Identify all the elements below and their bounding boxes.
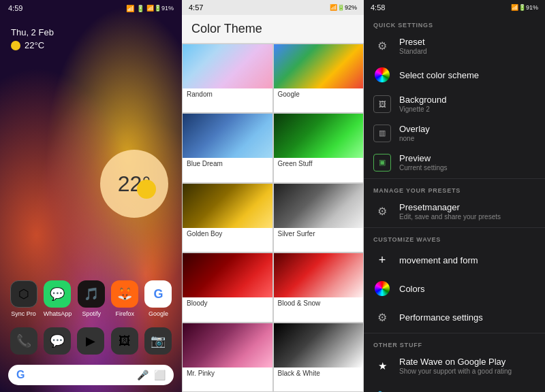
preview-text: Preview Current settings [399,153,535,172]
colors-text: Colors [399,284,535,294]
preview-icon: ▣ [373,154,391,172]
thumb-bloody [183,253,272,297]
syncpro-label: Sync Pro [11,310,36,317]
item-preset[interactable]: ⚙ Preset Standard [364,31,545,61]
settings-time: 4:58 [371,3,385,12]
theme-bloody-label: Bloody [183,297,272,310]
settings-status-icons: 📶🔋91% [511,4,538,11]
thumb-blood-snow [274,253,364,297]
item-rate[interactable]: ★ Rate Wave on Google Play Show your sup… [364,351,545,380]
item-performance[interactable]: ⚙ Performance settings [364,303,545,331]
phone-icon: 📞 [10,327,37,355]
mic-icon[interactable]: 🎤 [137,370,149,380]
twitter-title: Follow on Twitter [399,390,535,393]
overlay-subtitle: none [399,135,535,142]
theme-silver-surfer[interactable]: Silver Surfer [273,183,364,252]
theme-black-white[interactable]: Black & White [273,323,364,392]
theme-mr-pinky[interactable]: Mr. Pinky [182,323,273,392]
color-wheel-icon [373,66,391,84]
date-label: Thu, 2 Feb [11,27,171,37]
app-dock-row2: 📞 💬 ▶ 🖼 📷 [0,327,182,355]
select-color-title: Select color scheme [399,70,535,80]
presetmanager-gear-icon: ⚙ [373,203,391,220]
app-camera[interactable]: 📷 [144,327,172,355]
lens-icon[interactable]: ⬜ [154,370,166,380]
app-phone[interactable]: 📞 [10,327,37,355]
home-date-widget: Thu, 2 Feb 22°C [0,14,182,50]
whatsapp-label: WhatsApp [44,310,72,317]
preview-subtitle: Current settings [399,164,535,172]
presetmanager-text: Presetmanager Edit, save and share your … [399,202,535,220]
app-messages[interactable]: 💬 [44,327,71,355]
camera-icon: 📷 [144,327,172,355]
rate-subtitle: Show your support with a good rating [399,368,535,375]
movement-text: movement and form [399,255,535,265]
playstore-icon: ▶ [77,327,104,355]
syncpro-icon: ⬡ [10,280,37,308]
performance-gear-icon: ⚙ [373,308,391,326]
app-syncpro[interactable]: ⬡ Sync Pro [10,280,37,317]
theme-random[interactable]: Random [182,44,273,113]
app-firefox[interactable]: 🦊 Firefox [111,280,138,317]
theme-google-label: Google [274,88,364,101]
theme-blue-dream[interactable]: Blue Dream [182,113,273,182]
item-preview[interactable]: ▣ Preview Current settings [364,148,545,177]
theme-google[interactable]: Google [273,44,364,113]
color-theme-panel: 4:57 📶🔋92% Color Theme Random Google Blu… [182,0,364,392]
item-presetmanager[interactable]: ⚙ Presetmanager Edit, save and share you… [364,197,545,226]
status-bar-settings: 4:58 📶🔋91% [364,0,545,15]
thumb-golden-boy [183,184,272,228]
thumb-silver-surfer [274,184,364,228]
item-background[interactable]: 🖼 Background Vignette 2 [364,89,545,118]
spotify-label: Spotify [82,310,102,317]
temp-row: 22°C [11,40,171,50]
item-twitter[interactable]: 🐦 Follow on Twitter [364,380,545,392]
star-icon: ★ [373,357,391,375]
app-spotify[interactable]: 🎵 Spotify [78,280,105,317]
preset-subtitle: Standard [399,48,535,55]
item-movement[interactable]: + movement and form [364,246,545,274]
app-play-store[interactable]: ▶ [77,327,104,355]
background-title: Background [399,95,535,105]
theme-black-white-label: Black & White [274,368,364,380]
app-google[interactable]: G Google [144,280,172,317]
theme-blood-snow[interactable]: Blood & Snow [273,252,364,322]
messages-icon: 💬 [44,327,71,355]
preview-title: Preview [399,153,535,163]
theme-random-label: Random [183,88,272,101]
rate-title: Rate Wave on Google Play [399,357,535,367]
item-colors[interactable]: Colors [364,274,545,303]
app-whatsapp[interactable]: 💬 WhatsApp [44,280,72,317]
home-screen: 4:59 📶 🔋 📶🔋91% Thu, 2 Feb 22°C 22° ⬡ Syn… [0,0,182,392]
sun-icon [11,41,20,50]
presetmanager-title: Presetmanager [399,202,535,212]
theme-golden-boy[interactable]: Golden Boy [182,183,273,252]
home-status-icons: 📶 🔋 📶🔋91% [126,5,174,12]
theme-blood-snow-label: Blood & Snow [274,297,364,310]
settings-panel: 4:58 📶🔋91% QUICK SETTINGS ⚙ Preset Stand… [364,0,545,392]
performance-title: Performance settings [399,312,535,323]
colors-title: Colors [399,284,535,294]
google-search-bar[interactable]: G 🎤 ⬜ [8,365,174,385]
presetmanager-subtitle: Edit, save and share your presets [399,213,535,220]
thumb-random [183,44,272,88]
item-select-color[interactable]: Select color scheme [364,61,545,89]
thumb-green-stuff [274,114,364,158]
app-photos[interactable]: 🖼 [111,327,138,355]
theme-bloody[interactable]: Bloody [182,252,273,322]
twitter-text: Follow on Twitter [399,390,535,393]
colors-wheel-icon [373,280,391,297]
status-bar-theme: 4:57 📶🔋92% [182,0,364,15]
theme-time: 4:57 [189,3,203,12]
item-overlay[interactable]: ▥ Overlay none [364,118,545,148]
thumb-blue-dream [183,114,272,158]
background-text: Background Vignette 2 [399,95,535,113]
plus-icon: + [373,251,391,269]
preset-text: Preset Standard [399,37,535,55]
theme-green-stuff[interactable]: Green Stuff [273,113,364,182]
twitter-icon: 🐦 [373,386,391,392]
firefox-label: Firefox [116,310,135,317]
home-time: 4:59 [8,4,22,12]
status-bar-home: 4:59 📶 🔋 📶🔋91% [0,0,182,14]
theme-golden-boy-label: Golden Boy [183,228,272,240]
